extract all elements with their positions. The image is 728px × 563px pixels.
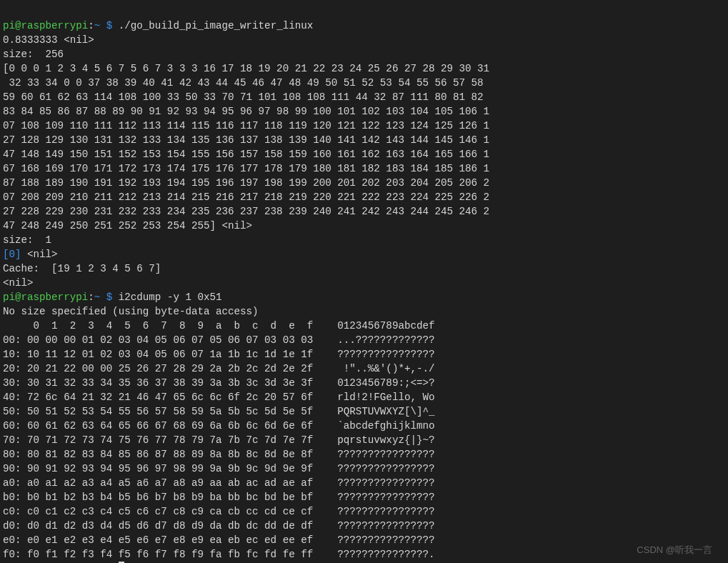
terminal-output[interactable]: pi@raspberrypi:~ $ ./go_build_pi_image_w… (0, 0, 728, 563)
prompt-path: ~ $ (94, 20, 113, 31)
output-line: f0: f0 f1 f2 f3 f4 f5 f6 f7 f8 f9 fa fb … (3, 549, 435, 560)
output-line: 10: 10 11 12 01 02 03 04 05 06 07 1a 1b … (3, 349, 435, 360)
output-line: 27 128 129 130 131 132 133 134 135 136 1… (3, 134, 489, 146)
output-line: b0: b0 b1 b2 b3 b4 b5 b6 b7 b8 b9 ba bb … (3, 492, 435, 503)
prompt-colon: : (88, 20, 94, 31)
output-line: 27 228 229 230 231 232 233 234 235 236 2… (3, 206, 489, 217)
watermark-text: CSDN @听我一言 (637, 543, 712, 557)
output-line: size: 256 (3, 49, 64, 60)
prompt-userhost: pi@raspberrypi (3, 20, 88, 31)
output-line: 40: 72 6c 64 21 32 21 46 47 65 6c 6c 6f … (3, 392, 435, 403)
output-line: 07 108 109 110 111 112 113 114 115 116 1… (3, 120, 489, 131)
output-line: Cache: [19 1 2 3 4 5 6 7] (3, 263, 161, 274)
output-line: 20: 20 21 22 00 00 25 26 27 28 29 2a 2b … (3, 363, 435, 374)
output-line: 87 188 189 190 191 192 193 194 195 196 1… (3, 177, 489, 189)
output-line: 80: 80 81 82 83 84 85 86 87 88 89 8a 8b … (3, 449, 435, 460)
output-line: 07 208 209 210 211 212 213 214 215 216 2… (3, 191, 489, 203)
output-line: d0: d0 d1 d2 d3 d4 d5 d6 d7 d8 d9 da db … (3, 520, 435, 532)
output-line: 30: 30 31 32 33 34 35 36 37 38 39 3a 3b … (3, 377, 435, 389)
prompt-userhost: pi@raspberrypi (3, 292, 88, 303)
output-line: 60: 60 61 62 63 64 65 66 67 68 69 6a 6b … (3, 420, 435, 432)
output-line: <nil> (3, 277, 34, 289)
output-line: 47 148 149 150 151 152 153 154 155 156 1… (3, 149, 489, 160)
output-line: 0.8333333 <nil> (3, 34, 94, 46)
output-line: <nil> (21, 249, 58, 260)
output-line: 00: 00 00 00 01 02 03 04 05 06 07 05 06 … (3, 334, 435, 346)
output-line: c0: c0 c1 c2 c3 c4 c5 c6 c7 c8 c9 ca cb … (3, 506, 435, 517)
output-line: 59 60 61 62 63 114 108 100 33 50 33 70 7… (3, 91, 484, 103)
command-text: ./go_build_pi_image_writer_linux (112, 20, 313, 31)
output-line: 90: 90 91 92 93 94 95 96 97 98 99 9a 9b … (3, 463, 435, 474)
output-line: 70: 70 71 72 73 74 75 76 77 78 79 7a 7b … (3, 434, 435, 446)
prompt-colon: : (88, 292, 94, 303)
output-line: 83 84 85 86 87 88 89 90 91 92 93 94 95 9… (3, 106, 489, 117)
output-line: 32 33 34 0 0 37 38 39 40 41 42 43 44 45 … (3, 77, 484, 89)
output-line: a0: a0 a1 a2 a3 a4 a5 a6 a7 a8 a9 aa ab … (3, 477, 435, 489)
output-line: e0: e0 e1 e2 e3 e4 e5 e6 e7 e8 e9 ea eb … (3, 534, 435, 546)
output-line: 67 168 169 170 171 172 173 174 175 176 1… (3, 163, 489, 174)
prompt-path: ~ $ (94, 292, 113, 303)
result-value: [0] (3, 249, 21, 260)
output-line: 0 1 2 3 4 5 6 7 8 9 a b c d e f 01234567… (3, 320, 435, 332)
output-line: 47 248 249 250 251 252 253 254 255] <nil… (3, 220, 252, 231)
output-line: No size specified (using byte-data acces… (3, 306, 259, 317)
output-line: size: 1 (3, 234, 51, 246)
command-text: i2cdump -y 1 0x51 (112, 292, 221, 303)
output-line: [0 0 0 1 2 3 4 5 6 7 5 6 7 3 3 3 16 17 1… (3, 63, 489, 74)
output-line: 50: 50 51 52 53 54 55 56 57 58 59 5a 5b … (3, 406, 435, 417)
